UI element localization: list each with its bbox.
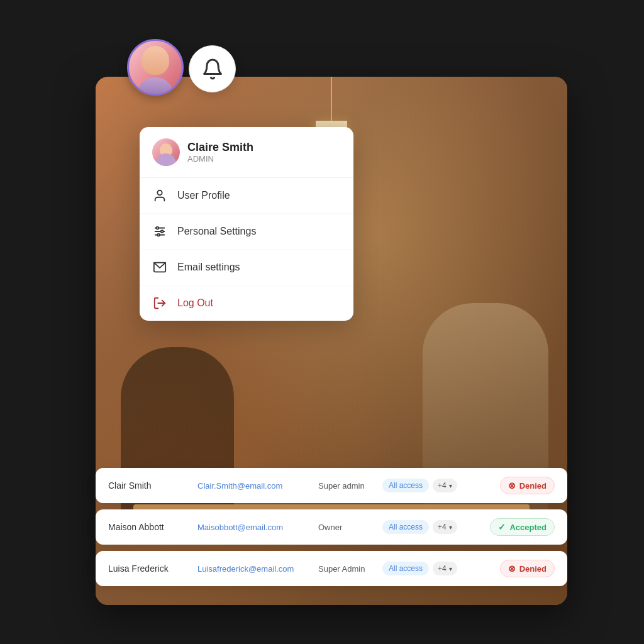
row-name: Luisa Frederick — [108, 564, 190, 574]
menu-item-email-settings[interactable]: Email settings — [140, 250, 353, 286]
accepted-icon: ✓ — [498, 522, 506, 532]
row-access: All access +4 ▾ — [382, 562, 457, 575]
svg-point-5 — [161, 230, 164, 233]
top-icons — [127, 39, 236, 96]
access-badge: All access — [382, 479, 429, 492]
avatar-body — [136, 77, 174, 96]
dropdown-user-info: Claire Smith ADMIN — [187, 141, 253, 164]
sliders-icon — [152, 224, 167, 239]
data-rows: Clair Smith Clair.Smith@email.com Super … — [96, 468, 567, 586]
avatar-head — [142, 46, 169, 75]
row-access: All access +4 ▾ — [382, 479, 457, 492]
chevron-down-icon: ▾ — [449, 524, 452, 531]
email-settings-label: Email settings — [177, 262, 240, 273]
plus-badge[interactable]: +4 ▾ — [433, 479, 457, 492]
lamp-cord — [331, 77, 332, 121]
row-name: Maison Abbott — [108, 522, 190, 532]
row-role: Super Admin — [318, 564, 375, 574]
svg-point-0 — [157, 191, 162, 195]
row-access: All access +4 ▾ — [382, 520, 457, 534]
status-badge: ✓ Accepted — [490, 518, 555, 536]
notifications-button[interactable] — [189, 45, 236, 92]
table-row: Luisa Frederick Luisafrederick@email.com… — [96, 551, 567, 586]
dropdown-header: Claire Smith ADMIN — [140, 127, 353, 178]
denied-icon: ⊗ — [508, 480, 516, 491]
dropdown-avatar — [152, 138, 180, 166]
logout-label: Log Out — [177, 297, 213, 309]
row-role: Owner — [318, 523, 375, 532]
row-role: Super admin — [318, 481, 375, 491]
menu-item-logout[interactable]: Log Out — [140, 286, 353, 321]
user-avatar[interactable] — [127, 39, 184, 96]
row-name: Clair Smith — [108, 480, 190, 491]
status-badge: ⊗ Denied — [500, 477, 555, 494]
status-badge: ⊗ Denied — [500, 560, 555, 577]
logout-icon — [152, 296, 167, 311]
main-container: Claire Smith ADMIN User Profile Person — [77, 39, 567, 605]
svg-point-6 — [157, 234, 160, 236]
access-badge: All access — [382, 520, 429, 534]
dropdown-user-role: ADMIN — [187, 154, 253, 164]
plus-badge[interactable]: +4 ▾ — [433, 562, 457, 575]
personal-settings-label: Personal Settings — [177, 226, 256, 237]
avatar-face — [129, 41, 182, 94]
svg-point-4 — [157, 227, 159, 230]
row-email: Clair.Smith@email.com — [197, 481, 311, 491]
plus-badge[interactable]: +4 ▾ — [433, 520, 457, 534]
dropdown-user-name: Claire Smith — [187, 141, 253, 155]
access-badge: All access — [382, 562, 429, 575]
menu-item-user-profile[interactable]: User Profile — [140, 178, 353, 214]
chevron-down-icon: ▾ — [449, 565, 452, 572]
user-dropdown-menu: Claire Smith ADMIN User Profile Person — [140, 127, 353, 321]
table-row: Maison Abbott Maisobbott@email.com Owner… — [96, 509, 567, 545]
denied-icon: ⊗ — [508, 564, 516, 574]
chevron-down-icon: ▾ — [449, 482, 452, 489]
person-icon — [152, 188, 167, 203]
row-email: Maisobbott@email.com — [197, 523, 311, 532]
dropdown-avatar-body — [156, 153, 176, 166]
menu-item-personal-settings[interactable]: Personal Settings — [140, 214, 353, 250]
email-icon — [152, 260, 167, 275]
row-email: Luisafrederick@email.com — [197, 564, 311, 574]
table-row: Clair Smith Clair.Smith@email.com Super … — [96, 468, 567, 503]
bell-icon — [201, 58, 224, 80]
user-profile-label: User Profile — [177, 190, 230, 201]
